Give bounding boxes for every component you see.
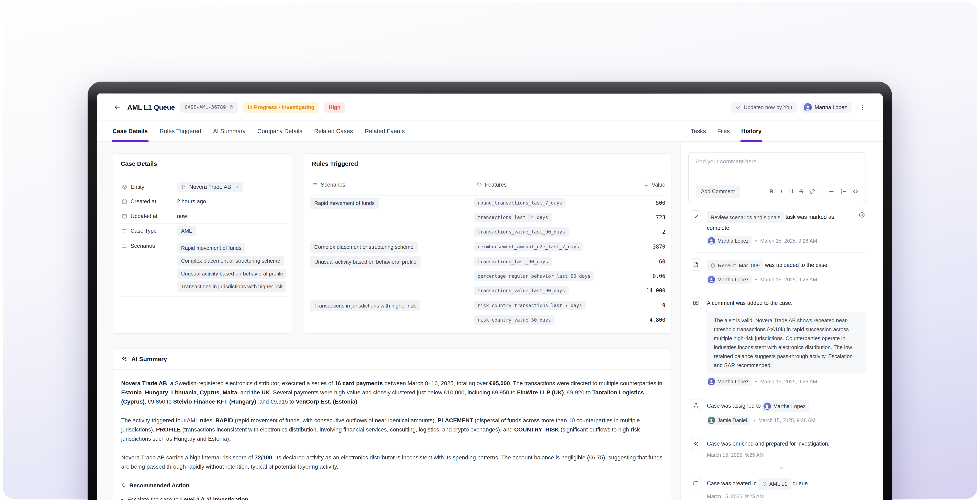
laptop-frame: AML L1 Queue CASE-AML-56789 In Progress … — [88, 81, 892, 500]
bold-icon[interactable]: B — [769, 188, 773, 194]
history-text: Case was assigned to Martha Lopez — [707, 400, 866, 412]
chevron-down-icon[interactable] — [779, 465, 785, 471]
link-icon[interactable] — [809, 188, 815, 195]
arrow-left-icon[interactable] — [114, 104, 121, 111]
history-text: Receipt_Mar_009 was uploaded to the case… — [707, 260, 866, 272]
side-tabs: TasksFilesHistory — [691, 121, 762, 141]
tab-ai-summary[interactable]: AI Summary — [213, 121, 246, 141]
more-menu-button[interactable] — [858, 103, 867, 112]
history-divider — [697, 291, 866, 291]
copy-icon[interactable] — [228, 105, 234, 110]
user-pill[interactable]: Martha Lopez — [762, 400, 809, 412]
feature-value: 2 — [629, 225, 665, 239]
sparkles-icon — [690, 438, 702, 450]
code-icon[interactable] — [853, 188, 859, 195]
rule-group: Rapid movement of funds round_transactio… — [310, 195, 665, 239]
hash-icon — [644, 182, 649, 187]
italic-icon[interactable]: I — [780, 188, 783, 194]
check-icon — [690, 210, 702, 222]
code-icon[interactable] — [853, 188, 859, 195]
comment-quote: The alert is valid. Novera Trade AB show… — [707, 312, 866, 373]
status-pill[interactable]: In Progress • Investigating — [243, 102, 319, 113]
case-id-label: CASE-AML-56789 — [185, 104, 226, 110]
bullet-list-icon[interactable] — [828, 188, 834, 195]
tab-related-cases[interactable]: Related Cases — [314, 121, 353, 141]
underline-icon[interactable]: U — [789, 188, 793, 194]
scenario-pill: Complex placement or structuring scheme — [310, 241, 418, 252]
meta-user-pill: Martha Lopez — [707, 236, 752, 245]
priority-badge[interactable]: High — [324, 102, 345, 113]
rules-triggered-card: Rules Triggered Scenarios Features — [304, 153, 671, 334]
tag-icon — [477, 182, 482, 187]
entity-name: Novera Trade AB — [189, 184, 231, 190]
scenario-tags: Rapid movement of fundsComplex placement… — [177, 243, 286, 292]
target-icon[interactable] — [858, 211, 865, 219]
collapsed-events-divider[interactable] — [697, 465, 866, 471]
magnifier-icon — [121, 482, 127, 488]
case-details-title: Case Details — [113, 153, 292, 174]
comment-input[interactable] — [696, 158, 859, 185]
add-comment-button[interactable]: Add Comment — [696, 185, 740, 198]
copy-icon[interactable] — [228, 105, 234, 110]
file-icon — [690, 258, 702, 271]
tab-rules-triggered[interactable]: Rules Triggered — [160, 121, 201, 141]
scenario-pill: Transactions in jurisdictions with highe… — [310, 300, 420, 312]
strikethrough-icon[interactable]: S — [799, 188, 803, 194]
case-detail-row-updated-at: Updated at now — [119, 209, 286, 224]
avatar — [708, 237, 715, 244]
column-features: Features — [474, 182, 629, 188]
updated-pill: Updated now by You — [731, 102, 797, 113]
case-id-pill[interactable]: CASE-AML-56789 — [180, 102, 238, 113]
ai-paragraph: Novera Trade AB, a Swedish-registered el… — [121, 379, 662, 406]
feature-pill: transactions_value_last_90_days — [474, 286, 569, 295]
scenario-pill: Unusual activity based on behavioral pro… — [310, 256, 421, 268]
chevron-down-icon[interactable] — [779, 465, 785, 471]
back-button[interactable] — [113, 102, 122, 112]
column-scenarios: Scenarios — [310, 182, 474, 188]
scenario-tag: Unusual activity based on behavioral pro… — [177, 268, 286, 279]
feature-row: transactions_last_90_days — [474, 254, 629, 269]
person-fill-icon — [708, 379, 714, 385]
tab-company-details[interactable]: Company Details — [258, 121, 302, 141]
avatar — [708, 276, 715, 283]
side-tab-history[interactable]: History — [741, 121, 762, 141]
entity-link[interactable]: Novera Trade AB — [177, 182, 243, 192]
ordered-list-icon[interactable] — [840, 188, 846, 195]
package-icon — [122, 184, 127, 190]
side-tab-files[interactable]: Files — [717, 121, 730, 141]
feature-row: transactions_value_last_90_days — [474, 283, 629, 298]
history-divider — [697, 432, 866, 432]
building-icon — [181, 184, 186, 190]
user-icon — [693, 402, 699, 408]
feature-pill: transactions_last_90_days — [474, 257, 552, 266]
person-fill-icon — [708, 238, 714, 244]
toolbar-divider — [822, 188, 822, 195]
history-text: Case was created in AML L1 queue. — [707, 478, 866, 490]
tab-related-events[interactable]: Related Events — [365, 121, 405, 141]
timestamp: March 15, 2025, 9:26 AM — [760, 238, 817, 244]
sparkles-icon — [121, 356, 127, 363]
case-detail-row-created-at: Created at 2 hours ago — [119, 194, 286, 209]
queue-pill[interactable]: AML L1 — [758, 478, 791, 490]
assignee-pill[interactable]: Martha Lopez — [802, 102, 851, 113]
side-tab-tasks[interactable]: Tasks — [691, 121, 706, 141]
history-divider — [697, 252, 866, 252]
file-pill[interactable]: Receipt_Mar_009 — [707, 260, 763, 272]
dots-vertical-icon[interactable] — [859, 104, 866, 111]
history-divider — [697, 393, 866, 393]
person-fill-icon — [764, 403, 770, 410]
rules-title: Rules Triggered — [304, 153, 671, 174]
bullet-list-icon[interactable] — [828, 188, 834, 195]
tab-case-details[interactable]: Case Details — [113, 121, 148, 141]
link-icon[interactable] — [809, 188, 815, 195]
target-icon[interactable] — [858, 211, 865, 219]
scenario-pill: Rapid movement of funds — [310, 198, 379, 209]
task-pill[interactable]: Review scenarios and signals — [707, 211, 784, 223]
rule-group: Unusual activity based on behavioral pro… — [310, 254, 665, 298]
history-item: Case was assigned to Martha LopezJamie D… — [688, 400, 866, 425]
file-icon — [711, 263, 716, 268]
feature-row: risk_country_transactions_last_7_days — [474, 298, 629, 313]
ordered-list-icon[interactable] — [840, 188, 846, 195]
main-content: Case Details Entity Novera Trade ABCreat… — [97, 142, 681, 500]
calendar-icon — [122, 199, 127, 204]
